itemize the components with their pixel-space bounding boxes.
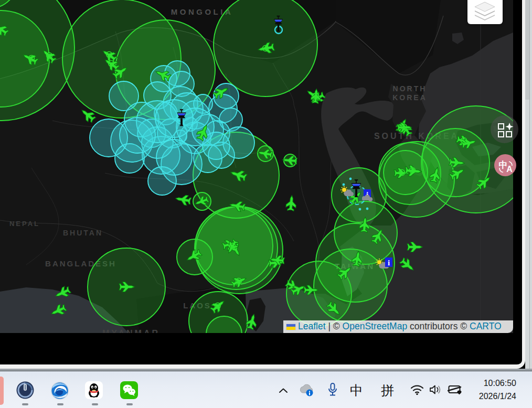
svg-text:A: A (506, 165, 513, 174)
svg-text:BHUTAN: BHUTAN (63, 229, 103, 237)
svg-text:i: i (388, 259, 390, 267)
svg-text:KOREA: KOREA (392, 93, 427, 102)
svg-text:NEPAL: NEPAL (9, 220, 40, 228)
svg-text:NORTH: NORTH (393, 84, 427, 93)
svg-text:MYANMAR: MYANMAR (102, 329, 160, 333)
